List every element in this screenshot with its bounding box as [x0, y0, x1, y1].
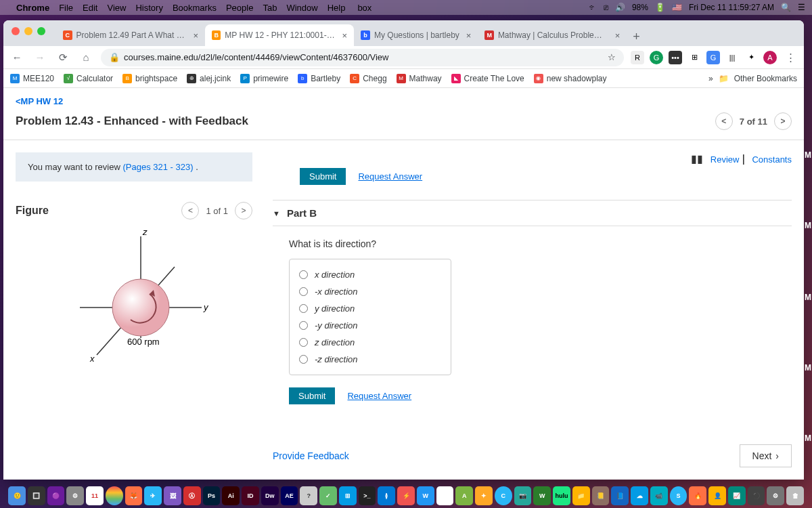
bookmark-calculator[interactable]: √Calculator — [64, 74, 113, 83]
dock-app[interactable]: 📈 — [728, 486, 746, 505]
dock-app[interactable]: ⚙ — [767, 486, 784, 505]
dock-app[interactable]: 📹 — [650, 486, 668, 505]
bookmark-alej[interactable]: ⊕alej.jcink — [187, 74, 231, 83]
dock-app[interactable]: ⊞ — [339, 486, 357, 505]
ext-icon[interactable]: G — [706, 51, 720, 64]
tab-0[interactable]: C Problem 12.49 Part A What Is T × — [56, 24, 205, 46]
control-center-icon[interactable]: ☰ — [798, 3, 805, 12]
bookmark-chegg[interactable]: CChegg — [350, 74, 386, 83]
dock-app[interactable]: 🟣 — [47, 486, 65, 505]
close-icon[interactable]: × — [466, 30, 472, 41]
option-neg-y[interactable]: -y direction — [299, 317, 441, 334]
menu-file[interactable]: File — [59, 3, 73, 13]
dock-app[interactable]: 📒 — [592, 486, 610, 505]
dock-app[interactable]: ✦ — [475, 486, 493, 505]
dock-app[interactable]: ✈ — [144, 486, 162, 505]
close-icon[interactable]: × — [615, 30, 621, 41]
menubar-app[interactable]: Chrome — [16, 3, 49, 13]
bookmark-mee120[interactable]: MMEE120 — [10, 74, 54, 83]
screen-icon[interactable]: ⎚ — [604, 3, 608, 12]
menu-edit[interactable]: Edit — [83, 3, 97, 13]
dock-app[interactable]: ⚫ — [748, 486, 765, 505]
dock-trash[interactable]: 🗑 — [786, 486, 804, 505]
volume-icon[interactable]: 🔊 — [615, 3, 625, 12]
profile-avatar[interactable]: A — [763, 51, 777, 64]
dock-vscode[interactable]: ≬ — [378, 486, 395, 505]
figure-prev-button[interactable]: < — [181, 202, 199, 219]
menu-view[interactable]: View — [107, 3, 126, 13]
part-b-header[interactable]: ▼ Part B — [273, 200, 792, 226]
tab-1[interactable]: B MP HW 12 - PHY 121:0001-Phy × — [205, 24, 354, 46]
dock-app[interactable]: Ⓐ — [183, 486, 201, 505]
menu-history[interactable]: History — [135, 3, 162, 13]
forward-button[interactable]: → — [32, 49, 48, 66]
option-neg-x[interactable]: -x direction — [299, 283, 441, 300]
option-z[interactable]: z direction — [299, 334, 441, 351]
tab-2[interactable]: b My Questions | bartleby × — [354, 24, 478, 46]
review-pages-link[interactable]: (Pages 321 - 323) — [122, 162, 193, 172]
close-window[interactable] — [12, 27, 20, 35]
option-y[interactable]: y direction — [299, 300, 441, 317]
ext-icon[interactable]: G — [650, 51, 663, 64]
maximize-window[interactable] — [37, 27, 45, 35]
submit-button-a[interactable]: Submit — [300, 168, 346, 185]
bookmark-brightspace[interactable]: Bbrightspace — [122, 74, 177, 83]
breadcrumb-link[interactable]: <MP HW 12 — [16, 96, 63, 106]
ext-icon[interactable]: ||| — [725, 51, 739, 64]
dock-app[interactable]: 🔳 — [28, 486, 45, 505]
bookmark-overflow[interactable]: » — [708, 74, 713, 83]
menu-icon[interactable]: ⋮ — [782, 49, 798, 66]
bookmark-new-shadowplay[interactable]: ◉new shadowplay — [534, 74, 607, 83]
dock-app[interactable]: 📷 — [514, 486, 532, 505]
dock-app[interactable]: ☁ — [631, 486, 648, 505]
flag-icon[interactable]: 🇺🇸 — [672, 3, 682, 12]
figure-next-button[interactable]: > — [235, 202, 252, 219]
option-neg-z[interactable]: -z direction — [299, 351, 441, 368]
request-answer-link-a[interactable]: Request Answer — [358, 171, 422, 182]
menu-tab[interactable]: Tab — [263, 3, 277, 13]
dock-app[interactable]: A — [455, 486, 473, 505]
next-button[interactable]: Next› — [740, 444, 792, 467]
dock-word[interactable]: W — [417, 486, 434, 505]
dock-app[interactable]: C — [495, 486, 512, 505]
submit-button-b[interactable]: Submit — [289, 387, 335, 404]
dock-ai[interactable]: Ai — [222, 486, 240, 505]
url-bar[interactable]: 🔒 courses.maine.edu/d2l/le/content/44469… — [101, 49, 624, 66]
bookmark-bartleby[interactable]: bBartleby — [298, 74, 340, 83]
tab-3[interactable]: M Mathway | Calculus Problem So × — [478, 24, 627, 46]
dock-app[interactable]: 📘 — [611, 486, 629, 505]
request-answer-link-b[interactable]: Request Answer — [347, 391, 411, 401]
close-icon[interactable]: × — [342, 30, 347, 41]
menu-help[interactable]: Help — [328, 3, 346, 13]
dock-app[interactable]: ⚙ — [66, 486, 84, 505]
ext-icon[interactable]: ⊞ — [687, 51, 701, 64]
dock-slack[interactable]: ✱ — [436, 486, 454, 505]
new-tab-button[interactable]: + — [627, 27, 646, 46]
datetime[interactable]: Fri Dec 11 11:59:27 AM — [689, 3, 774, 12]
star-icon[interactable]: ☆ — [608, 52, 616, 62]
dock-app[interactable]: 📁 — [572, 486, 590, 505]
next-problem-button[interactable]: > — [774, 112, 792, 130]
dock-chrome[interactable] — [106, 486, 123, 505]
home-button[interactable]: ⌂ — [78, 49, 94, 66]
dock-app[interactable]: ⚡ — [397, 486, 415, 505]
back-button[interactable]: ← — [9, 49, 25, 66]
dock-app[interactable]: ✓ — [319, 486, 337, 505]
dock-app[interactable]: ? — [300, 486, 317, 505]
dock-app[interactable]: 👤 — [708, 486, 726, 505]
prev-problem-button[interactable]: < — [715, 112, 733, 130]
provide-feedback-link[interactable]: Provide Feedback — [273, 450, 349, 461]
bookmark-create-the-love[interactable]: ◣Create The Love — [451, 74, 524, 83]
dock-skype[interactable]: S — [670, 486, 687, 505]
ext-icon[interactable]: ••• — [669, 51, 682, 64]
review-link[interactable]: Review — [710, 154, 740, 165]
extensions-icon[interactable]: ✦ — [744, 51, 758, 64]
bookmark-primewire[interactable]: Pprimewire — [240, 74, 288, 83]
reload-button[interactable]: ⟳ — [55, 49, 71, 66]
dock-ae[interactable]: AE — [281, 486, 298, 505]
ext-icon[interactable]: R — [631, 51, 644, 64]
menu-people[interactable]: People — [226, 3, 253, 13]
constants-link[interactable]: Constants — [752, 154, 792, 165]
dock-finder[interactable]: 🙂 — [8, 486, 26, 505]
dock-app[interactable]: 🖼 — [164, 486, 181, 505]
